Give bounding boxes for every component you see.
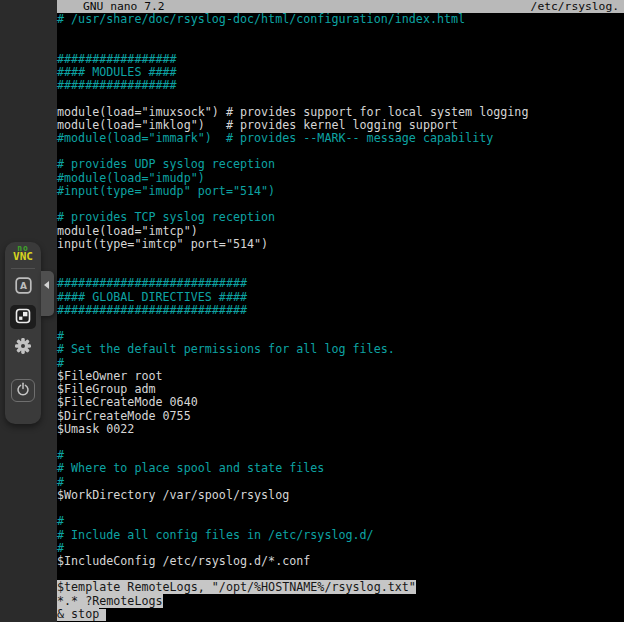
novnc-logo-bottom: VNC bbox=[13, 253, 33, 261]
terminal-line: $IncludeConfig /etc/rsyslog.d/*.conf bbox=[57, 555, 624, 568]
terminal-screen[interactable]: # /usr/share/doc/rsyslog-doc/html/config… bbox=[57, 13, 624, 622]
power-icon bbox=[16, 382, 30, 399]
svg-text:A: A bbox=[20, 281, 27, 291]
terminal-line: # Where to place spool and state files bbox=[57, 462, 624, 475]
novnc-control-bar: no VNC A bbox=[5, 242, 41, 424]
keyboard-a-icon: A bbox=[15, 277, 32, 297]
terminal-window: GNU nano 7.2 /etc/rsyslog. # /usr/share/… bbox=[57, 0, 624, 622]
disconnect-button[interactable] bbox=[11, 379, 35, 402]
fullscreen-icon bbox=[15, 308, 31, 327]
terminal-line: # Set the default permissions for all lo… bbox=[57, 343, 624, 356]
terminal-line: # Include all config files in /etc/rsysl… bbox=[57, 529, 624, 542]
text-cursor bbox=[99, 609, 106, 621]
terminal-line: input(type="imtcp" port="514") bbox=[57, 238, 624, 251]
novnc-logo: no VNC bbox=[13, 245, 33, 261]
terminal-line bbox=[57, 436, 624, 449]
collapse-left-arrow-icon bbox=[44, 281, 49, 289]
control-bar-handle[interactable] bbox=[41, 271, 54, 316]
terminal-line: *.* ?RemoteLogs bbox=[57, 595, 624, 608]
terminal-line: $template RemoteLogs, "/opt/%HOSTNAME%/r… bbox=[57, 581, 624, 594]
terminal-line: #module(load="immark") # provides --MARK… bbox=[57, 132, 624, 145]
settings-button[interactable] bbox=[10, 335, 36, 359]
terminal-line: ################# bbox=[57, 79, 624, 92]
terminal-line: #input(type="imudp" port="514") bbox=[57, 185, 624, 198]
terminal-line: $DirCreateMode 0755 bbox=[57, 410, 624, 423]
fullscreen-button[interactable] bbox=[10, 305, 36, 329]
extra-keys-button[interactable]: A bbox=[10, 275, 36, 299]
terminal-line: $WorkDirectory /var/spool/rsyslog bbox=[57, 489, 624, 502]
terminal-line bbox=[57, 502, 624, 515]
terminal-line: $Umask 0022 bbox=[57, 423, 624, 436]
terminal-line bbox=[57, 317, 624, 330]
open-file-path: /etc/rsyslog. bbox=[531, 0, 619, 13]
panel-divider bbox=[11, 268, 35, 269]
terminal-line bbox=[57, 251, 624, 264]
terminal-line: # /usr/share/doc/rsyslog-doc/html/config… bbox=[57, 13, 624, 26]
gear-icon bbox=[14, 337, 32, 358]
terminal-line bbox=[57, 26, 624, 39]
terminal-line: ########################### bbox=[57, 304, 624, 317]
terminal-lines: # /usr/share/doc/rsyslog-doc/html/config… bbox=[57, 13, 624, 621]
terminal-line: & stop bbox=[57, 608, 624, 621]
